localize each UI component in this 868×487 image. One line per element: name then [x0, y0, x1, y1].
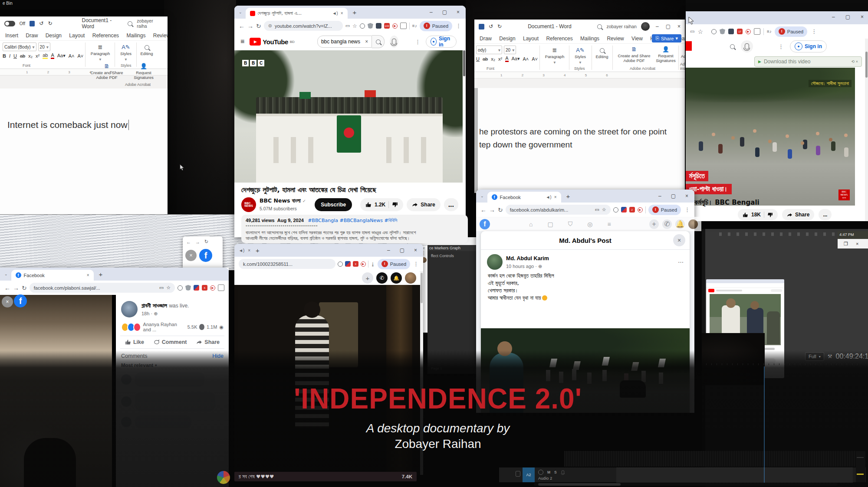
window-buttons-fragment[interactable]: ❐×	[838, 239, 868, 248]
shield-ext-icon[interactable]	[720, 29, 725, 34]
font-color-button[interactable]: A	[505, 56, 508, 62]
shrink-font-button[interactable]: A˅	[532, 56, 538, 62]
extension-icon[interactable]	[376, 23, 381, 29]
extension-badge-icon[interactable]: 6	[202, 285, 207, 291]
font-size-select[interactable]: 20▾	[38, 42, 50, 51]
forward-icon[interactable]: →	[195, 239, 200, 245]
post-author-avatar[interactable]	[487, 254, 503, 270]
bold-button[interactable]: B	[3, 53, 6, 59]
watch-nav-icon[interactable]: ▢	[547, 221, 553, 228]
clear-search-icon[interactable]: ×	[365, 39, 368, 45]
hashtags[interactable]: #BBCBangla #BBCBanglaNews #বিবিসি	[308, 218, 397, 223]
grow-font-button[interactable]: A˄	[69, 53, 75, 59]
chrome-menu-icon[interactable]: ⋮	[413, 261, 419, 267]
youtube-menu-icon[interactable]: ⋮	[415, 39, 421, 45]
track-mic-icon[interactable]	[562, 471, 564, 474]
strike-button[interactable]: ab	[483, 56, 488, 62]
timeline-scrollbar[interactable]	[534, 483, 838, 486]
like-button[interactable]: Like	[125, 339, 144, 345]
paused-extension[interactable]: !Paused	[378, 259, 410, 269]
subscribe-button[interactable]: Subscribe	[315, 198, 352, 211]
scrollbar-thumb[interactable]	[463, 50, 465, 76]
close-icon[interactable]: ×	[861, 14, 864, 20]
tab-audio-icon[interactable]: ◄)	[332, 11, 338, 16]
autosave-toggle[interactable]	[4, 21, 15, 26]
search-icon[interactable]	[128, 21, 132, 26]
new-tab-button[interactable]: +	[256, 247, 260, 254]
word-left-document[interactable]: Internet is comeback just now	[0, 88, 168, 220]
strike-button[interactable]: ab	[20, 53, 25, 59]
groups-nav-icon[interactable]: ◎	[587, 221, 592, 228]
extension-badge-icon[interactable]: 143	[384, 23, 390, 29]
subscript-button[interactable]: x₂	[28, 53, 33, 59]
comment-button[interactable]: Comment	[154, 339, 187, 345]
tab-close-icon[interactable]: ×	[87, 273, 89, 278]
back-icon[interactable]: ←	[239, 23, 245, 29]
case-button[interactable]: Aa▾	[57, 53, 66, 59]
word-right-document[interactable]: he protestors are coming on the street f…	[474, 88, 685, 193]
paused-extension[interactable]: !Paused	[775, 26, 807, 37]
close-overlay-icon[interactable]: ×	[2, 296, 13, 307]
extension-badge-icon[interactable]: 17	[737, 29, 743, 34]
minimize-icon[interactable]: –	[430, 9, 433, 15]
playlist-ext-icon[interactable]: ≡♪	[767, 29, 772, 34]
back-icon[interactable]: ←	[186, 239, 191, 245]
reaction-summary[interactable]: Ananya Rayhan and ...	[143, 322, 183, 332]
audio-track-tab[interactable]: A2	[523, 467, 535, 482]
shrink-font-button[interactable]: A˅	[78, 53, 84, 59]
highlight-button[interactable]: ab	[43, 52, 48, 59]
search-icon[interactable]	[730, 44, 735, 49]
maximize-icon[interactable]: ▢	[845, 14, 850, 20]
camera-ext-icon[interactable]	[613, 207, 618, 212]
track-bypass-icon[interactable]	[538, 470, 543, 475]
live-author[interactable]: প্লাবনী সাওজাল	[141, 302, 167, 309]
chrome-menu-icon[interactable]: ⋮	[684, 206, 690, 213]
recycle-bin-label[interactable]: e Bin	[3, 1, 13, 6]
like-dislike-pill[interactable]: 1.2K	[360, 198, 403, 211]
close-icon[interactable]: ×	[677, 23, 681, 29]
chrome-menu-icon[interactable]: ⋮	[811, 28, 817, 35]
cast-icon[interactable]: ▭	[345, 23, 350, 29]
camera-ext-icon[interactable]	[338, 261, 343, 267]
facebook-logo[interactable]: f	[480, 219, 490, 229]
address-bar[interactable]: ⊜youtube.com/watch?v=IZ...	[264, 21, 343, 31]
address-bar[interactable]: facebook.com/plaboni.sawjal/...▭☆	[30, 283, 175, 293]
close-modal-icon[interactable]: ×	[673, 234, 685, 246]
play-ext-icon[interactable]: ▶	[210, 285, 215, 291]
maximize-icon[interactable]: ▢	[442, 9, 447, 15]
back-icon[interactable]: ←	[4, 284, 10, 291]
extension-icon-2[interactable]	[754, 28, 760, 35]
tab-close-icon[interactable]: ×	[341, 11, 343, 16]
scrollbar-thumb[interactable]	[865, 52, 868, 78]
playhead-line[interactable]	[764, 366, 765, 483]
superscript-button[interactable]: x²	[36, 53, 39, 59]
post-author[interactable]: Md. Abdul Karim	[506, 255, 549, 261]
scrollbar-thumb[interactable]	[421, 273, 423, 303]
extension-badge-icon[interactable]: 2	[629, 207, 635, 212]
video-player[interactable]: B B C	[234, 50, 463, 183]
messenger-icon[interactable]: ✆	[376, 272, 388, 284]
redo-icon[interactable]: ↻	[48, 20, 52, 26]
save-icon[interactable]	[30, 21, 35, 26]
word-right-ribbon-tabs[interactable]: Draw Design Layout References Mailings R…	[474, 33, 685, 44]
bookmark-star-icon[interactable]: ☆	[352, 23, 357, 29]
reload-icon[interactable]: ↻	[204, 239, 208, 245]
back-icon[interactable]: ←	[480, 206, 487, 213]
styles-button[interactable]: A✎Styles▾	[572, 47, 589, 65]
redo-icon[interactable]: ↻	[497, 23, 502, 29]
play-ext-icon[interactable]: ▶	[638, 207, 643, 212]
reload-icon[interactable]: ↻	[256, 23, 261, 29]
editing-button[interactable]: Editing	[593, 47, 611, 59]
live-author-avatar[interactable]	[121, 301, 138, 317]
addins-button[interactable]: ⊞Add-ins	[679, 47, 685, 59]
channel-avatar[interactable]: BBCNEWS	[241, 197, 256, 212]
play-ext-icon[interactable]: ▶	[746, 29, 751, 34]
track-solo-button[interactable]: S	[554, 470, 557, 474]
comment-count[interactable]: 5.5K	[187, 324, 197, 330]
more-actions-button[interactable]: ...	[819, 209, 832, 220]
chrome-menu-icon[interactable]: ⋮	[456, 23, 461, 29]
maximize-icon[interactable]: ▢	[666, 23, 671, 29]
maximize-icon[interactable]: ▢	[400, 247, 404, 253]
tab-title[interactable]: Facebook	[24, 273, 84, 278]
tab-close-icon[interactable]: ×	[554, 195, 557, 199]
